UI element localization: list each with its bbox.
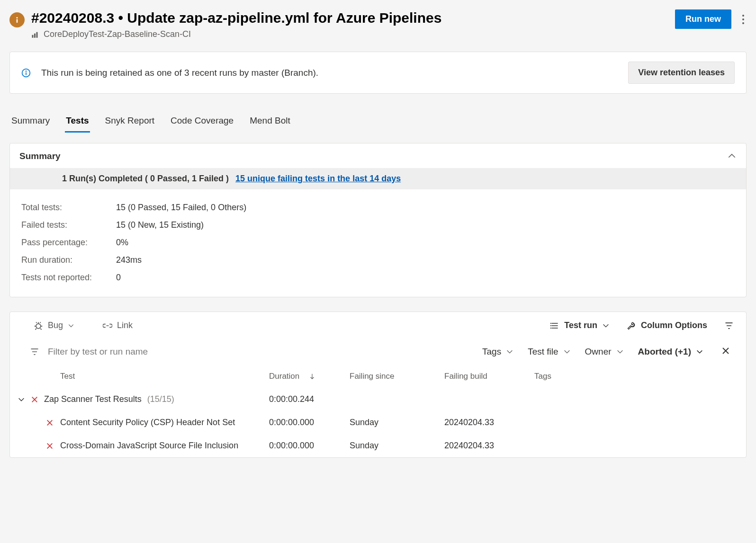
filter-toggle-icon[interactable] bbox=[724, 321, 734, 330]
filter-owner-dropdown[interactable]: Owner bbox=[585, 347, 624, 357]
page-header: #20240208.3 • Update zap-az-pipeline.yml… bbox=[9, 9, 747, 39]
test-run-grouping-dropdown[interactable]: Test run bbox=[550, 320, 610, 330]
svg-point-11 bbox=[36, 323, 41, 328]
chevron-down-icon bbox=[563, 348, 571, 356]
wrench-icon bbox=[627, 321, 636, 330]
svg-rect-10 bbox=[26, 72, 27, 75]
svg-point-0 bbox=[16, 17, 18, 18]
filter-testfile-dropdown[interactable]: Test file bbox=[528, 347, 570, 357]
summary-card-title: Summary bbox=[19, 151, 61, 161]
link-icon bbox=[103, 321, 112, 330]
test-duration: 0:00:00.000 bbox=[269, 418, 350, 427]
column-options-label: Column Options bbox=[641, 320, 707, 330]
svg-point-9 bbox=[26, 71, 27, 72]
close-icon bbox=[721, 347, 730, 355]
kv-key: Tests not reported: bbox=[21, 273, 116, 283]
kv-key: Total tests: bbox=[21, 203, 116, 213]
info-icon bbox=[21, 68, 31, 78]
filter-outcome-dropdown[interactable]: Aborted (+1) bbox=[638, 347, 703, 357]
kv-key: Failed tests: bbox=[21, 220, 116, 230]
filter-tags-label: Tags bbox=[482, 347, 501, 357]
kv-val: 15 (0 Passed, 15 Failed, 0 Others) bbox=[116, 203, 246, 213]
bug-icon bbox=[34, 321, 43, 330]
test-failing-since: Sunday bbox=[350, 441, 444, 451]
run-new-button[interactable]: Run new bbox=[675, 9, 731, 29]
tab-summary[interactable]: Summary bbox=[10, 113, 51, 133]
sort-arrow-down-icon[interactable] bbox=[309, 373, 315, 380]
group-count: (15/15) bbox=[147, 394, 174, 404]
col-duration[interactable]: Duration bbox=[269, 372, 299, 381]
test-name: Cross-Domain JavaScript Source File Incl… bbox=[60, 441, 238, 451]
chevron-down-icon bbox=[68, 322, 74, 329]
create-bug-dropdown[interactable]: Bug bbox=[34, 320, 74, 330]
link-button-label: Link bbox=[117, 320, 133, 330]
failing-tests-link[interactable]: 15 unique failing tests in the last 14 d… bbox=[235, 174, 401, 184]
svg-point-14 bbox=[550, 327, 551, 328]
svg-point-13 bbox=[550, 325, 551, 326]
svg-point-6 bbox=[742, 18, 744, 20]
test-group-row[interactable]: Zap Scanner Test Results (15/15) 0:00:00… bbox=[10, 388, 746, 411]
summary-strip: 1 Run(s) Completed ( 0 Passed, 1 Failed … bbox=[10, 168, 746, 189]
clear-filters-button[interactable] bbox=[718, 346, 734, 358]
chevron-down-icon bbox=[696, 348, 703, 356]
tab-mend-bolt[interactable]: Mend Bolt bbox=[249, 113, 291, 133]
tab-bar: Summary Tests Snyk Report Code Coverage … bbox=[9, 113, 747, 133]
chevron-down-icon bbox=[506, 348, 513, 356]
tab-tests[interactable]: Tests bbox=[65, 113, 90, 133]
fail-icon bbox=[46, 442, 54, 450]
test-failing-build: 20240204.33 bbox=[444, 418, 534, 427]
col-tags[interactable]: Tags bbox=[534, 372, 734, 381]
retention-banner: This run is being retained as one of 3 r… bbox=[9, 52, 747, 94]
run-title: #20240208.3 • Update zap-az-pipeline.yml… bbox=[31, 9, 441, 27]
filter-icon bbox=[30, 347, 39, 356]
collapse-card-icon[interactable] bbox=[727, 151, 737, 161]
retention-message: This run is being retained as one of 3 r… bbox=[41, 68, 318, 78]
results-table-header: Test Duration Failing since Failing buil… bbox=[10, 366, 746, 388]
pipeline-icon bbox=[31, 30, 40, 39]
filter-testfile-label: Test file bbox=[528, 347, 558, 357]
summary-strip-text: 1 Run(s) Completed ( 0 Passed, 1 Failed … bbox=[62, 174, 229, 184]
tab-snyk-report[interactable]: Snyk Report bbox=[104, 113, 156, 133]
filter-outcome-label: Aborted (+1) bbox=[638, 347, 691, 357]
fail-icon bbox=[31, 396, 38, 403]
test-failing-since: Sunday bbox=[350, 418, 444, 427]
kv-val: 0 bbox=[116, 273, 121, 283]
test-name: Content Security Policy (CSP) Header Not… bbox=[60, 418, 235, 427]
kv-key: Pass percentage: bbox=[21, 238, 116, 248]
col-failing-build[interactable]: Failing build bbox=[444, 372, 534, 381]
summary-card: Summary 1 Run(s) Completed ( 0 Passed, 1… bbox=[9, 143, 747, 297]
chevron-down-icon[interactable] bbox=[18, 396, 25, 403]
column-options-button[interactable]: Column Options bbox=[627, 320, 707, 330]
filter-input[interactable] bbox=[48, 347, 237, 357]
svg-rect-1 bbox=[17, 19, 18, 23]
tab-code-coverage[interactable]: Code Coverage bbox=[170, 113, 234, 133]
bug-button-label: Bug bbox=[48, 320, 63, 330]
filter-tags-dropdown[interactable]: Tags bbox=[482, 347, 513, 357]
chevron-down-icon bbox=[616, 348, 624, 356]
svg-rect-4 bbox=[36, 32, 38, 37]
pipeline-name-label: CoreDeployTest-Zap-Baseline-Scan-CI bbox=[44, 29, 191, 39]
svg-rect-3 bbox=[34, 33, 36, 37]
col-test[interactable]: Test bbox=[60, 372, 269, 381]
svg-point-12 bbox=[550, 322, 551, 323]
test-row[interactable]: Cross-Domain JavaScript Source File Incl… bbox=[10, 434, 746, 457]
fail-icon bbox=[46, 419, 54, 427]
chevron-down-icon bbox=[602, 322, 610, 329]
results-toolbar: Bug Link Test run bbox=[10, 312, 746, 341]
col-failing-since[interactable]: Failing since bbox=[350, 372, 444, 381]
svg-point-5 bbox=[742, 15, 744, 17]
link-button[interactable]: Link bbox=[103, 320, 133, 330]
kv-key: Run duration: bbox=[21, 255, 116, 265]
pipeline-name: CoreDeployTest-Zap-Baseline-Scan-CI bbox=[31, 29, 441, 39]
more-actions-button[interactable] bbox=[740, 10, 747, 29]
test-row[interactable]: Content Security Policy (CSP) Header Not… bbox=[10, 411, 746, 434]
group-name: Zap Scanner Test Results bbox=[44, 394, 142, 404]
svg-rect-2 bbox=[32, 35, 34, 37]
filter-owner-label: Owner bbox=[585, 347, 612, 357]
view-retention-leases-button[interactable]: View retention leases bbox=[628, 62, 735, 84]
kv-val: 15 (0 New, 15 Existing) bbox=[116, 220, 204, 230]
filter-row: Tags Test file Owner Aborted (+1) bbox=[10, 341, 746, 366]
results-card: Bug Link Test run bbox=[9, 312, 747, 458]
list-icon bbox=[550, 321, 559, 330]
kv-val: 243ms bbox=[116, 255, 142, 265]
